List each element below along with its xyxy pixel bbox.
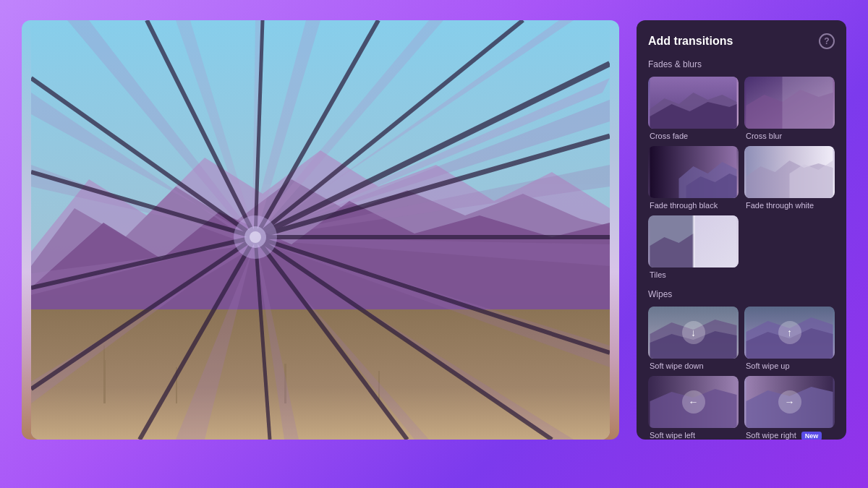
transition-soft-wipe-down[interactable]: ↓ Soft wipe down xyxy=(648,307,739,370)
soft-wipe-up-arrow: ↑ xyxy=(778,321,801,344)
transition-soft-wipe-up[interactable]: ↑ Soft wipe up xyxy=(744,307,835,370)
soft-wipe-right-label: Soft wipe right New xyxy=(744,431,835,440)
soft-wipe-left-arrow: ← xyxy=(682,390,705,414)
help-icon[interactable]: ? xyxy=(819,33,835,49)
transition-fade-white[interactable]: Fade through white xyxy=(744,146,835,210)
new-badge: New xyxy=(801,432,822,440)
transition-tiles[interactable]: Tiles xyxy=(648,215,739,279)
wipes-grid: ↓ Soft wipe down xyxy=(648,307,835,440)
thumb-soft-wipe-left: ← xyxy=(648,376,739,428)
thumb-cross-fade xyxy=(648,77,739,129)
soft-wipe-left-label: Soft wipe left xyxy=(648,431,739,440)
svg-rect-48 xyxy=(783,77,833,129)
main-container: Add transitions ? Fades & blurs xyxy=(22,20,846,468)
thumb-soft-wipe-right: → xyxy=(744,376,835,428)
thumb-tiles xyxy=(648,215,739,267)
fade-white-label: Fade through white xyxy=(744,201,835,210)
soft-wipe-up-label: Soft wipe up xyxy=(744,361,835,370)
transition-fade-black[interactable]: Fade through black xyxy=(648,146,739,210)
svg-rect-52 xyxy=(694,215,737,267)
cross-fade-label: Cross fade xyxy=(648,132,739,140)
tiles-label: Tiles xyxy=(648,270,739,279)
soft-wipe-right-arrow: → xyxy=(778,390,801,414)
thumb-fade-white xyxy=(744,146,835,198)
svg-point-45 xyxy=(250,231,261,243)
fade-black-label: Fade through black xyxy=(648,201,739,210)
thumb-fade-black xyxy=(648,146,739,198)
cross-blur-label: Cross blur xyxy=(744,132,835,140)
soft-wipe-down-label: Soft wipe down xyxy=(648,361,739,370)
fades-grid: Cross fade xyxy=(648,77,835,279)
section-wipes-label: Wipes xyxy=(648,289,835,299)
transition-cross-fade[interactable]: Cross fade xyxy=(648,77,739,140)
transition-cross-blur[interactable]: Cross blur xyxy=(744,77,835,140)
soft-wipe-down-arrow: ↓ xyxy=(682,321,705,344)
tiles-divider xyxy=(694,215,695,267)
thumb-soft-wipe-down: ↓ xyxy=(648,307,739,359)
svg-rect-3 xyxy=(103,360,106,403)
panel-header: Add transitions ? xyxy=(648,33,835,49)
transition-soft-wipe-right[interactable]: → Soft wipe right New xyxy=(744,376,835,440)
transitions-panel: Add transitions ? Fades & blurs xyxy=(637,20,846,440)
panel-title: Add transitions xyxy=(648,35,733,48)
thumb-soft-wipe-up: ↑ xyxy=(744,307,835,359)
thumb-cross-blur xyxy=(744,77,835,129)
section-fades-label: Fades & blurs xyxy=(648,59,835,69)
transition-soft-wipe-left[interactable]: ← Soft wipe left xyxy=(648,376,739,440)
video-preview xyxy=(22,20,619,440)
